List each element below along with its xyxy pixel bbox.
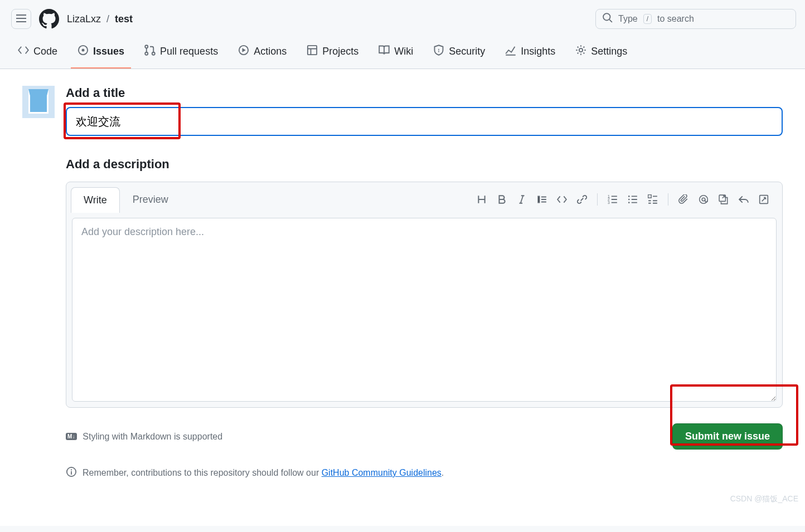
markdown-support-label: Styling with Markdown is supported <box>83 432 222 442</box>
svg-point-7 <box>438 49 439 50</box>
table-icon <box>307 45 318 58</box>
play-icon <box>238 45 249 58</box>
svg-point-3 <box>145 52 148 55</box>
heading-icon[interactable] <box>477 194 487 204</box>
title-input[interactable] <box>66 107 783 136</box>
issue-form: Add a title Add a description Write Prev… <box>66 86 783 504</box>
cross-reference-icon[interactable] <box>719 194 729 204</box>
svg-point-22 <box>71 469 72 470</box>
app-header: LizaLxz / test Type / to search <box>0 0 805 38</box>
svg-point-14 <box>628 199 630 201</box>
tab-code[interactable]: Code <box>11 39 64 69</box>
svg-point-13 <box>628 196 630 197</box>
task-list-icon[interactable] <box>648 194 658 204</box>
reply-icon[interactable] <box>739 194 749 204</box>
mention-icon[interactable] <box>699 194 709 204</box>
code-icon <box>18 45 29 58</box>
issue-icon <box>77 45 89 58</box>
tab-security[interactable]: Security <box>426 39 492 69</box>
breadcrumb-owner[interactable]: LizaLxz <box>67 13 101 25</box>
tab-settings[interactable]: Settings <box>569 39 634 69</box>
tab-actions-label: Actions <box>254 46 287 57</box>
avatar <box>22 86 55 118</box>
tab-actions[interactable]: Actions <box>231 39 293 69</box>
breadcrumb: LizaLxz / test <box>67 13 133 25</box>
write-tab[interactable]: Write <box>71 187 120 213</box>
tab-pulls-label: Pull requests <box>160 46 218 57</box>
description-label: Add a description <box>66 157 783 172</box>
description-textarea[interactable] <box>72 218 777 402</box>
gear-icon <box>575 45 586 58</box>
editor-tab-row: Write Preview 123 <box>66 182 782 212</box>
tab-insights[interactable]: Insights <box>498 39 562 69</box>
quote-icon[interactable] <box>537 194 547 204</box>
markdown-icon: M↓ <box>66 433 77 440</box>
tab-security-label: Security <box>449 46 485 57</box>
attachment-icon[interactable] <box>678 194 688 204</box>
comment-box: Write Preview 123 <box>66 182 783 408</box>
tab-wiki-label: Wiki <box>394 46 413 57</box>
tab-issues[interactable]: Issues <box>71 39 131 69</box>
new-issue-container: Add a title Add a description Write Prev… <box>0 69 805 526</box>
tab-projects[interactable]: Projects <box>300 39 365 69</box>
guidelines-prefix: Remember, contributions to this reposito… <box>83 468 322 477</box>
search-slash-key: / <box>643 14 652 24</box>
tab-pulls[interactable]: Pull requests <box>138 39 225 69</box>
link-icon[interactable] <box>577 194 587 204</box>
bold-icon[interactable] <box>497 194 507 204</box>
code-icon[interactable] <box>557 194 567 204</box>
repo-nav: Code Issues Pull requests Actions Projec… <box>0 38 805 69</box>
breadcrumb-separator: / <box>106 13 109 25</box>
submit-new-issue-button[interactable]: Submit new issue <box>672 423 783 450</box>
md-toolbar: 123 <box>477 193 778 206</box>
preview-tab[interactable]: Preview <box>120 187 181 212</box>
svg-rect-8 <box>439 51 439 52</box>
svg-text:3: 3 <box>608 201 610 204</box>
search-suffix: to search <box>657 14 694 24</box>
hamburger-icon <box>16 14 26 24</box>
hamburger-button[interactable] <box>11 9 31 29</box>
tab-insights-label: Insights <box>521 46 555 57</box>
book-icon <box>379 45 390 58</box>
tab-projects-label: Projects <box>322 46 358 57</box>
watermark: CSDN @猫饭_ACE <box>730 494 798 504</box>
svg-point-2 <box>145 45 148 48</box>
search-input[interactable]: Type / to search <box>595 9 796 29</box>
breadcrumb-repo[interactable]: test <box>115 13 133 25</box>
italic-icon[interactable] <box>517 194 527 204</box>
svg-point-15 <box>628 202 630 203</box>
svg-point-1 <box>82 49 85 52</box>
svg-point-18 <box>702 198 705 201</box>
search-icon <box>603 13 613 25</box>
tab-issues-label: Issues <box>93 46 124 57</box>
pull-request-icon <box>144 45 156 58</box>
github-logo-icon[interactable] <box>39 9 59 29</box>
graph-icon <box>505 45 516 58</box>
guidelines-note: Remember, contributions to this reposito… <box>66 466 783 480</box>
info-icon <box>66 466 77 480</box>
tab-settings-label: Settings <box>591 46 627 57</box>
expand-icon[interactable] <box>759 194 769 204</box>
svg-rect-6 <box>308 46 317 55</box>
guidelines-link[interactable]: GitHub Community Guidelines <box>322 468 442 477</box>
toolbar-divider <box>668 193 668 206</box>
search-prefix: Type <box>618 14 638 24</box>
svg-rect-16 <box>648 195 652 198</box>
ordered-list-icon[interactable]: 123 <box>608 194 618 204</box>
tab-code-label: Code <box>33 46 57 57</box>
svg-point-9 <box>579 48 583 52</box>
markdown-support[interactable]: M↓ Styling with Markdown is supported <box>66 432 222 442</box>
tab-wiki[interactable]: Wiki <box>372 39 420 69</box>
shield-icon <box>433 45 444 58</box>
unordered-list-icon[interactable] <box>628 194 638 204</box>
title-label: Add a title <box>66 86 783 100</box>
svg-rect-23 <box>71 471 72 475</box>
guidelines-suffix: . <box>442 468 444 477</box>
svg-point-4 <box>152 52 155 55</box>
toolbar-divider <box>597 193 598 206</box>
